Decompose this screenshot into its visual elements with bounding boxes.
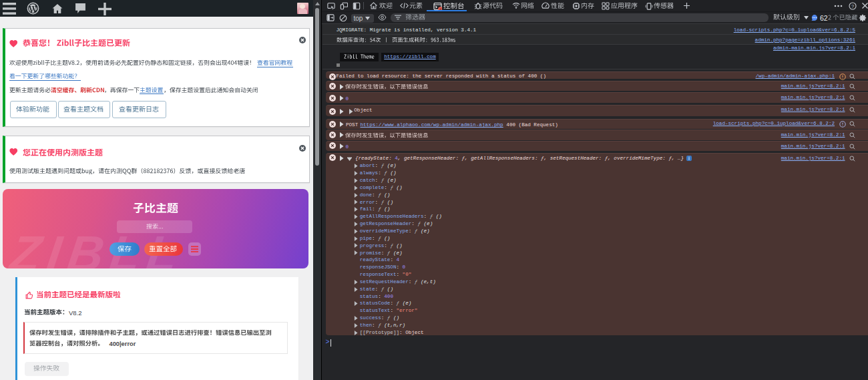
svg-text:?: ? (851, 3, 854, 9)
